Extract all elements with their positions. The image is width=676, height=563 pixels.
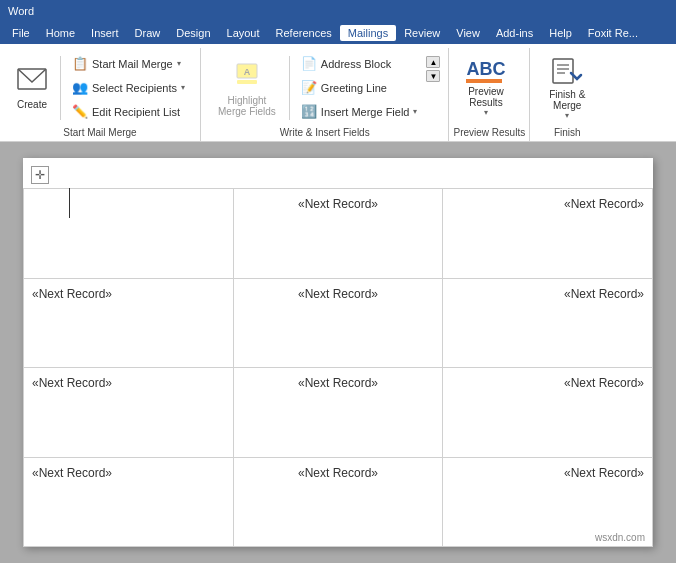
next-record-label: «Next Record»: [564, 197, 644, 211]
start-mail-merge-buttons: 📋 Start Mail Merge ▾ 👥 Select Recipients…: [65, 52, 192, 124]
insert-merge-field-label: Insert Merge Field: [321, 106, 410, 118]
watermark: wsxdn.com: [595, 532, 645, 543]
table-cell: «Next Record»: [233, 368, 443, 458]
table-cell: «Next Record»: [443, 189, 653, 279]
ribbon-group-content-preview: ABC PreviewResults ▾: [453, 48, 525, 124]
next-record-label: «Next Record»: [298, 287, 378, 301]
menu-addins[interactable]: Add-ins: [488, 25, 541, 41]
next-record-label: «Next Record»: [298, 376, 378, 390]
svg-text:A: A: [244, 67, 251, 77]
address-block-label: Address Block: [321, 58, 391, 70]
next-record-label: «Next Record»: [298, 466, 378, 480]
next-record-label: «Next Record»: [298, 197, 378, 211]
next-record-label: «Next Record»: [564, 376, 644, 390]
group-label-preview: Preview Results: [453, 124, 525, 142]
table-cell: «Next Record»: [24, 278, 234, 368]
menu-home[interactable]: Home: [38, 25, 83, 41]
menu-insert[interactable]: Insert: [83, 25, 127, 41]
ribbon-group-write-insert: A HighlightMerge Fields 📄 Address Block …: [201, 48, 449, 141]
table-cell: «Next Record»: [443, 368, 653, 458]
list-icon: 📋: [72, 56, 88, 71]
table-cell: «Next Record»: [233, 457, 443, 547]
greeting-line-button[interactable]: 📝 Greeting Line: [294, 76, 425, 99]
table-row: «Next Record» «Next Record» «Next Record…: [24, 368, 653, 458]
next-record-label: «Next Record»: [564, 466, 644, 480]
side-arrow-up[interactable]: ▲: [426, 56, 440, 68]
greeting-line-icon: 📝: [301, 80, 317, 95]
menu-review[interactable]: Review: [396, 25, 448, 41]
table-cell: [24, 189, 234, 279]
group-label-finish: Finish: [534, 124, 600, 142]
divider2: [289, 56, 290, 120]
document-area: ✛ «Next Record» «Next Record» «Next Reco…: [0, 142, 676, 563]
edit-list-icon: ✏️: [72, 104, 88, 119]
envelope-icon: [17, 66, 47, 97]
highlight-merge-fields-button[interactable]: A HighlightMerge Fields: [209, 52, 285, 124]
cursor-line: [69, 188, 70, 218]
dropdown-arrow-merge: ▾: [413, 107, 417, 116]
menu-references[interactable]: References: [268, 25, 340, 41]
ribbon-group-preview: ABC PreviewResults ▾ Preview Results: [449, 48, 530, 141]
svg-rect-3: [237, 80, 257, 84]
create-label: Create: [17, 99, 47, 110]
finish-icon: [551, 57, 583, 89]
menu-draw[interactable]: Draw: [127, 25, 169, 41]
menu-layout[interactable]: Layout: [219, 25, 268, 41]
insert-merge-icon: 🔢: [301, 104, 317, 119]
dropdown-arrow-preview: ▾: [484, 108, 488, 117]
menu-bar: File Home Insert Draw Design Layout Refe…: [0, 22, 676, 44]
ribbon-group-content-start: Create 📋 Start Mail Merge ▾ 👥 Select Rec…: [4, 48, 196, 124]
table-cell: «Next Record»: [443, 278, 653, 368]
table-cell: «Next Record»: [24, 368, 234, 458]
start-mail-merge-label: Start Mail Merge: [92, 58, 173, 70]
svg-rect-4: [553, 59, 573, 83]
ribbon-group-content-finish: Finish &Merge ▾: [534, 48, 600, 124]
ribbon-group-start-mail-merge: Create 📋 Start Mail Merge ▾ 👥 Select Rec…: [0, 48, 201, 141]
dropdown-arrow-start: ▾: [177, 59, 181, 68]
address-block-icon: 📄: [301, 56, 317, 71]
finish-merge-button[interactable]: Finish &Merge ▾: [538, 52, 596, 124]
side-arrows: ▲ ▼: [426, 56, 440, 82]
insert-merge-field-button[interactable]: 🔢 Insert Merge Field ▾: [294, 100, 425, 123]
table-cell: «Next Record»: [24, 457, 234, 547]
finish-merge-label: Finish &Merge: [549, 89, 585, 111]
group-label-write-insert: Write & Insert Fields: [205, 124, 444, 142]
select-recipients-label: Select Recipients: [92, 82, 177, 94]
edit-recipient-list-label: Edit Recipient List: [92, 106, 180, 118]
start-mail-merge-button[interactable]: 📋 Start Mail Merge ▾: [65, 52, 192, 75]
next-record-label: «Next Record»: [32, 376, 112, 390]
select-recipients-button[interactable]: 👥 Select Recipients ▾: [65, 76, 192, 99]
table-cell: «Next Record»: [233, 278, 443, 368]
next-record-label: «Next Record»: [32, 466, 112, 480]
insert-fields-buttons: 📄 Address Block 📝 Greeting Line 🔢 Insert…: [294, 52, 425, 124]
document-page: ✛ «Next Record» «Next Record» «Next Reco…: [23, 158, 653, 547]
menu-mailings[interactable]: Mailings: [340, 25, 396, 41]
ribbon-group-content-write: A HighlightMerge Fields 📄 Address Block …: [205, 48, 444, 124]
table-row: «Next Record» «Next Record» «Next Record…: [24, 457, 653, 547]
ribbon: Create 📋 Start Mail Merge ▾ 👥 Select Rec…: [0, 44, 676, 142]
preview-results-button[interactable]: ABC PreviewResults ▾: [457, 52, 514, 124]
menu-design[interactable]: Design: [168, 25, 218, 41]
menu-view[interactable]: View: [448, 25, 488, 41]
group-label-start-mail-merge: Start Mail Merge: [4, 124, 196, 142]
menu-help[interactable]: Help: [541, 25, 580, 41]
edit-recipient-list-button[interactable]: ✏️ Edit Recipient List: [65, 100, 192, 123]
recipients-icon: 👥: [72, 80, 88, 95]
address-block-button[interactable]: 📄 Address Block: [294, 52, 425, 75]
title-bar: Word: [0, 0, 676, 22]
side-arrow-down[interactable]: ▼: [426, 70, 440, 82]
abc-icon: ABC: [466, 60, 505, 83]
menu-foxit[interactable]: Foxit Re...: [580, 25, 646, 41]
divider: [60, 56, 61, 120]
create-button[interactable]: Create: [8, 52, 56, 124]
menu-file[interactable]: File: [4, 25, 38, 41]
next-record-label: «Next Record»: [564, 287, 644, 301]
table-row: «Next Record» «Next Record»: [24, 189, 653, 279]
table-row: «Next Record» «Next Record» «Next Record…: [24, 278, 653, 368]
next-record-label: «Next Record»: [32, 287, 112, 301]
greeting-line-label: Greeting Line: [321, 82, 387, 94]
table-cell: «Next Record»: [233, 189, 443, 279]
dropdown-arrow-recipients: ▾: [181, 83, 185, 92]
table-move-handle[interactable]: ✛: [31, 166, 49, 184]
dropdown-arrow-finish: ▾: [565, 111, 569, 120]
